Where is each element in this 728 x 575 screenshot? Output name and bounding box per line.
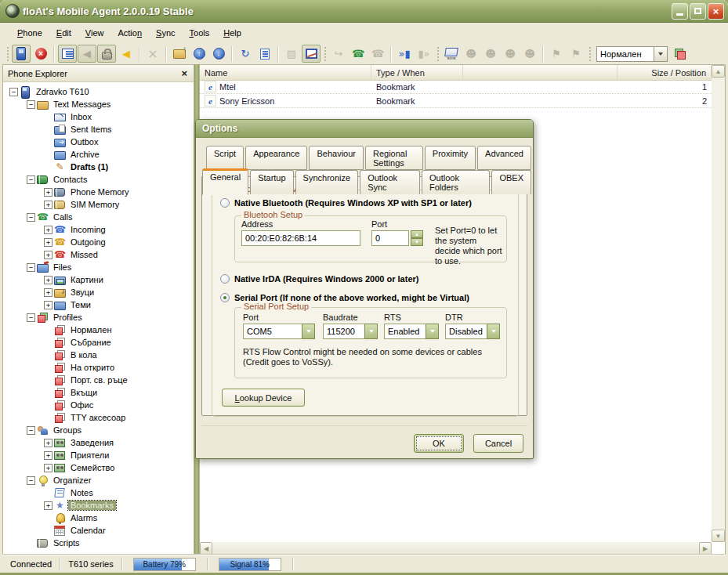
tree-item-теми[interactable]: +Теми bbox=[3, 298, 194, 311]
tree-item-картини[interactable]: +Картини bbox=[3, 273, 194, 286]
tree-item-organizer[interactable]: −Organizer bbox=[3, 474, 194, 486]
tree-item-zdravko-t610[interactable]: −Zdravko T610 bbox=[3, 85, 194, 98]
tree-item-text-messages[interactable]: −Text Messages bbox=[3, 98, 194, 110]
port-combo[interactable]: COM5 bbox=[243, 324, 315, 339]
tree-item-в-кола[interactable]: В кола bbox=[3, 349, 194, 361]
tree-item-звуци[interactable]: +Звуци bbox=[3, 286, 194, 298]
chart-button[interactable] bbox=[302, 45, 321, 63]
scroll-down-icon[interactable]: ▼ bbox=[712, 530, 725, 542]
minimize-button[interactable] bbox=[672, 3, 688, 20]
tree-item-събрание[interactable]: Събрание bbox=[3, 336, 194, 349]
tree-item-outbox[interactable]: Outbox bbox=[3, 136, 194, 148]
collapse-icon[interactable]: − bbox=[27, 213, 35, 222]
tree-item-tty-аксесоар[interactable]: TTY аксесоар bbox=[3, 411, 194, 424]
tree-item-sent-items[interactable]: Sent Items bbox=[3, 123, 194, 136]
tree-item-alarms[interactable]: Alarms bbox=[3, 512, 194, 524]
sms-button[interactable]: sms bbox=[442, 45, 461, 63]
tree-item-заведения[interactable]: +Заведения bbox=[3, 436, 194, 449]
tree-item-outgoing[interactable]: +☎Outgoing bbox=[3, 236, 194, 248]
expand-icon[interactable]: + bbox=[44, 501, 53, 510]
tab-advanced[interactable]: Advanced bbox=[477, 146, 531, 170]
close-button[interactable]: × bbox=[708, 3, 724, 20]
list-row-mtel[interactable]: eMtelBookmark1 bbox=[200, 80, 712, 94]
scroll-up-icon[interactable]: ▲ bbox=[712, 65, 725, 78]
tab-general[interactable]: General bbox=[202, 168, 248, 195]
tree-item-inbox[interactable]: Inbox bbox=[3, 110, 194, 123]
toolbar-grip[interactable] bbox=[436, 47, 440, 61]
horizontal-scrollbar[interactable]: ◀ ▶ bbox=[200, 542, 712, 555]
expand-icon[interactable]: + bbox=[44, 301, 53, 309]
tree-item-archive[interactable]: Archive bbox=[3, 148, 194, 161]
profiles-button[interactable] bbox=[671, 45, 690, 63]
bluetooth-radio-row[interactable]: Native Bluetooth (Requires Windows XP wi… bbox=[220, 198, 472, 208]
profile-combo-value[interactable]: Нормален bbox=[596, 46, 654, 62]
collapse-icon[interactable]: − bbox=[9, 88, 18, 96]
toolbar-grip[interactable] bbox=[5, 47, 9, 61]
rts-combo[interactable]: Enabled bbox=[384, 324, 439, 339]
mute-button[interactable]: ◀ bbox=[78, 45, 96, 63]
lookup-device-button[interactable]: Lookup Device bbox=[222, 389, 305, 407]
tab-proximity[interactable]: Proximity bbox=[425, 146, 476, 170]
upload-button[interactable] bbox=[170, 45, 189, 63]
keylock-button[interactable] bbox=[97, 45, 116, 63]
rts-arrow-icon[interactable] bbox=[426, 324, 439, 339]
send-to-phone-button[interactable]: »▮ bbox=[395, 45, 414, 63]
tree-item-вкъщи[interactable]: Вкъщи bbox=[3, 386, 194, 399]
tree-item-calendar[interactable]: Calendar bbox=[3, 524, 194, 537]
spinner-down-icon[interactable]: ▼ bbox=[411, 238, 423, 246]
expand-icon[interactable]: + bbox=[44, 238, 53, 247]
tree-item-sim-memory[interactable]: +SIM Memory bbox=[3, 198, 194, 211]
tree-item-missed[interactable]: +☎Missed bbox=[3, 248, 194, 261]
menu-sync[interactable]: Sync bbox=[149, 25, 182, 41]
tree-item-офис[interactable]: Офис bbox=[3, 399, 194, 411]
tree-item-incoming[interactable]: +☎Incoming bbox=[3, 223, 194, 236]
tree-item-profiles[interactable]: −Profiles bbox=[3, 311, 194, 324]
menu-phone[interactable]: Phone bbox=[10, 25, 49, 41]
tree-item-phone-memory[interactable]: +Phone Memory bbox=[3, 186, 194, 198]
port-arrow-icon[interactable] bbox=[302, 324, 315, 339]
menu-edit[interactable]: Edit bbox=[49, 25, 78, 41]
column-header-spacer[interactable] bbox=[463, 65, 618, 80]
vertical-scrollbar[interactable]: ▲ ▼ bbox=[712, 65, 725, 542]
tree-item-семейство[interactable]: +Семейство bbox=[3, 461, 194, 474]
tree-item-notes[interactable]: Notes bbox=[3, 486, 194, 499]
tab-behaviour[interactable]: Behaviour bbox=[309, 146, 364, 170]
tree-item-приятели[interactable]: +Приятели bbox=[3, 449, 194, 461]
tab-appearance[interactable]: Appearance bbox=[245, 146, 307, 170]
cancel-button[interactable]: Cancel bbox=[473, 434, 523, 453]
tab-regional-settings[interactable]: Regional Settings bbox=[365, 146, 423, 170]
baudrate-combo[interactable]: 115200 bbox=[323, 324, 378, 339]
profile-combo-arrow-icon[interactable] bbox=[654, 46, 668, 62]
maximize-button[interactable] bbox=[690, 3, 706, 20]
play-sound-button[interactable]: ◀ bbox=[117, 45, 136, 63]
collapse-icon[interactable]: − bbox=[27, 476, 35, 485]
serial-radio[interactable] bbox=[220, 293, 230, 302]
tab-outlook-folders[interactable]: Outlook Folders bbox=[422, 170, 490, 194]
tab-outlook-sync[interactable]: Outlook Sync bbox=[360, 170, 420, 194]
profile-combo[interactable]: Нормален bbox=[596, 46, 668, 62]
address-field[interactable]: 00:20:E0:82:6B:14 bbox=[241, 230, 360, 246]
tab-obex[interactable]: OBEX bbox=[491, 170, 531, 194]
refresh-button[interactable]: ↻ bbox=[236, 45, 255, 63]
tree-item-bookmarks[interactable]: +★Bookmarks bbox=[3, 499, 194, 512]
connect-phone-button[interactable] bbox=[12, 45, 31, 63]
dtr-arrow-icon[interactable] bbox=[487, 324, 500, 339]
tree-item-groups[interactable]: −Groups bbox=[3, 424, 194, 436]
spinner-up-icon[interactable]: ▲ bbox=[411, 230, 423, 238]
ok-button[interactable]: OK bbox=[414, 434, 464, 453]
expand-icon[interactable]: + bbox=[44, 464, 53, 472]
panel-close-icon[interactable]: × bbox=[179, 68, 189, 78]
collapse-icon[interactable]: − bbox=[27, 313, 35, 322]
expand-icon[interactable]: + bbox=[44, 201, 53, 209]
expand-icon[interactable]: + bbox=[44, 226, 53, 234]
expand-icon[interactable]: + bbox=[44, 439, 53, 447]
tree-item-contacts[interactable]: −Contacts bbox=[3, 173, 194, 186]
menu-action[interactable]: Action bbox=[110, 25, 149, 41]
tree-item-calls[interactable]: −☎Calls bbox=[3, 211, 194, 223]
view-details-button[interactable] bbox=[58, 45, 77, 63]
tab-synchronize[interactable]: Synchronize bbox=[295, 170, 359, 194]
menu-view[interactable]: View bbox=[78, 25, 111, 41]
collapse-icon[interactable]: − bbox=[27, 175, 35, 184]
tree-item-порт-св-ръце[interactable]: Порт. св. ръце bbox=[3, 374, 194, 386]
tab-startup[interactable]: Startup bbox=[250, 170, 293, 194]
